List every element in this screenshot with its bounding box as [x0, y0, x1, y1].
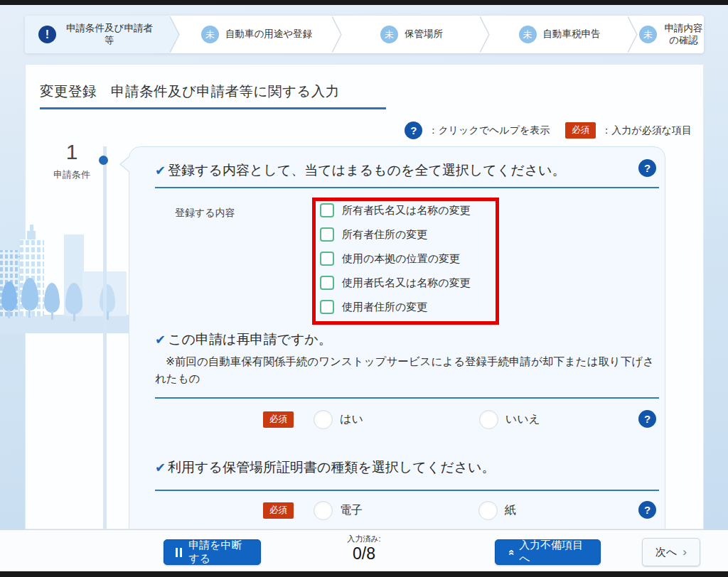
question3-text: 利用する保管場所証明書の種類を選択してください。: [168, 458, 495, 477]
pause-icon: [176, 548, 182, 557]
checkbox-group: 所有者氏名又は名称の変更 所有者住所の変更 使用の本拠の位置の変更 使用者氏名又…: [320, 203, 471, 315]
next-button[interactable]: 次へ ›: [642, 538, 700, 566]
field-label: 登録する内容: [175, 207, 235, 220]
pause-application-button[interactable]: 申請を中断する: [164, 539, 261, 565]
radio-button[interactable]: [314, 410, 333, 429]
bottom-border-strip: [0, 571, 728, 577]
incomplete-button-label: 入力不備項目へ: [519, 539, 589, 566]
pending-badge: 未: [201, 26, 219, 43]
question-underline: [155, 187, 659, 188]
progress-label: 入力済み:: [347, 534, 380, 544]
check-icon: ✔: [155, 163, 166, 178]
next-button-label: 次へ: [655, 546, 677, 559]
section-timeline-dot: [99, 156, 108, 165]
alert-icon: !: [38, 26, 56, 43]
required-badge: 必須: [263, 411, 294, 428]
help-icon[interactable]: ?: [638, 159, 656, 177]
question2-options: 必須 はい いいえ: [263, 410, 622, 429]
section-timeline-rail: [103, 146, 107, 529]
step-confirm-application: 未 申請内容の確認: [639, 16, 704, 53]
radio-option-paper[interactable]: 紙: [478, 501, 516, 520]
pending-badge: 未: [519, 26, 537, 43]
checkbox[interactable]: [320, 276, 334, 290]
footer-bar: 申請を中断する 入力済み: 0/8 » 入力不備項目へ 次へ ›: [0, 530, 728, 571]
step-label: 申請内容の確認: [663, 23, 704, 47]
radio-button[interactable]: [478, 501, 498, 520]
radio-button[interactable]: [479, 410, 498, 429]
pending-badge: 未: [639, 26, 657, 43]
step-label: 申請条件及び申請者等: [63, 23, 156, 47]
checkbox[interactable]: [320, 227, 334, 242]
check-icon: ✔: [155, 332, 166, 347]
radio-option-yes[interactable]: はい: [314, 410, 363, 429]
step-vehicle-tax-report: 未 自動車税申告: [491, 16, 628, 53]
radio-label: 電子: [340, 503, 363, 518]
tree-trunk: [51, 311, 53, 320]
step-separator: [170, 16, 181, 53]
step-separator: [332, 16, 343, 53]
radio-label: いいえ: [505, 412, 540, 427]
pause-button-label: 申請を中断する: [188, 539, 249, 566]
help-icon[interactable]: ?: [638, 501, 656, 519]
checkbox-row[interactable]: 所有者住所の変更: [320, 227, 471, 242]
section-header: 1 申請条件: [42, 141, 102, 181]
required-badge: 必須: [565, 122, 596, 139]
question2-text: この申請は再申請ですか。: [168, 330, 332, 349]
ground-band: [0, 315, 129, 333]
checkbox-label: 使用の本拠の位置の変更: [342, 252, 460, 266]
step-label: 自動車税申告: [543, 28, 601, 41]
page-title: 変更登録 申請条件及び申請者等に関する入力: [40, 82, 340, 101]
question3-title: ✔ 利用する保管場所証明書の種類を選択してください。: [155, 458, 496, 477]
pending-badge: 未: [380, 26, 398, 43]
tree-trunk: [107, 311, 109, 320]
question2-title: ✔ この申請は再申請ですか。: [155, 330, 332, 349]
title-underline: [40, 107, 386, 109]
radio-label: はい: [340, 412, 363, 427]
main-content-panel: 変更登録 申請条件及び申請者等に関する入力 ? ：クリックでヘルプを表示 必須 …: [25, 64, 704, 529]
help-icon[interactable]: ?: [638, 410, 656, 428]
tree-trunk: [28, 309, 31, 318]
question3-options: 必須 電子 紙: [263, 501, 622, 520]
checkbox-row[interactable]: 使用者住所の変更: [320, 299, 471, 315]
legend-required-text: ：入力が必須な項目: [601, 124, 692, 137]
section-name: 申請条件: [42, 168, 102, 181]
legend-help-text: ：クリックでヘルプを表示: [428, 124, 550, 137]
section-number: 1: [42, 141, 102, 163]
checkbox-row[interactable]: 所有者氏名又は名称の変更: [320, 203, 471, 218]
checkbox-row[interactable]: 使用者氏名又は名称の変更: [320, 275, 471, 291]
help-icon[interactable]: ?: [405, 122, 422, 139]
step-label: 保管場所: [405, 28, 443, 41]
chevron-right-icon: ›: [682, 545, 687, 559]
top-border-strip: [0, 0, 728, 5]
step-application-conditions: ! 申請条件及び申請者等: [25, 16, 170, 53]
checkbox[interactable]: [320, 203, 334, 217]
question1-title: ✔ 登録する内容として、当てはまるものを全て選択してください。: [155, 161, 566, 180]
radio-button[interactable]: [314, 501, 333, 520]
step-separator: [628, 16, 639, 53]
step-separator: [480, 16, 491, 53]
question-underline: [155, 490, 659, 491]
progress-stepper: ! 申請条件及び申請者等 未 自動車の用途や登録 未 保管場所 未 自動車税申告…: [25, 16, 704, 53]
checkbox-row[interactable]: 使用の本拠の位置の変更: [320, 251, 471, 266]
checkbox-label: 使用者住所の変更: [342, 301, 427, 314]
question1-text: 登録する内容として、当てはまるものを全て選択してください。: [168, 161, 565, 180]
check-icon: ✔: [155, 460, 166, 475]
checkbox-label: 使用者氏名又は名称の変更: [342, 276, 471, 290]
checkbox[interactable]: [320, 252, 334, 266]
checkbox[interactable]: [320, 300, 334, 314]
antenna-illustration: [27, 231, 36, 239]
radio-label: 紙: [505, 503, 516, 518]
question2-note: ※前回の自動車保有関係手続のワンストップサービスによる登録手続申請が却下または取…: [155, 353, 661, 387]
question-bubble: ✔ 登録する内容として、当てはまるものを全て選択してください。 ? 登録する内容…: [129, 146, 665, 529]
legend: ? ：クリックでヘルプを表示 必須 ：入力が必須な項目: [405, 122, 692, 139]
radio-option-no[interactable]: いいえ: [479, 410, 540, 429]
checkbox-label: 所有者住所の変更: [342, 228, 427, 242]
tree-trunk: [8, 310, 10, 318]
radio-option-electronic[interactable]: 電子: [314, 501, 363, 520]
step-storage-location: 未 保管場所: [343, 16, 480, 53]
required-badge: 必須: [263, 502, 294, 519]
question-underline: [155, 397, 659, 399]
checkbox-label: 所有者氏名又は名称の変更: [342, 204, 471, 217]
progress-value: 0/8: [347, 544, 380, 563]
goto-incomplete-items-button[interactable]: » 入力不備項目へ: [495, 539, 601, 565]
